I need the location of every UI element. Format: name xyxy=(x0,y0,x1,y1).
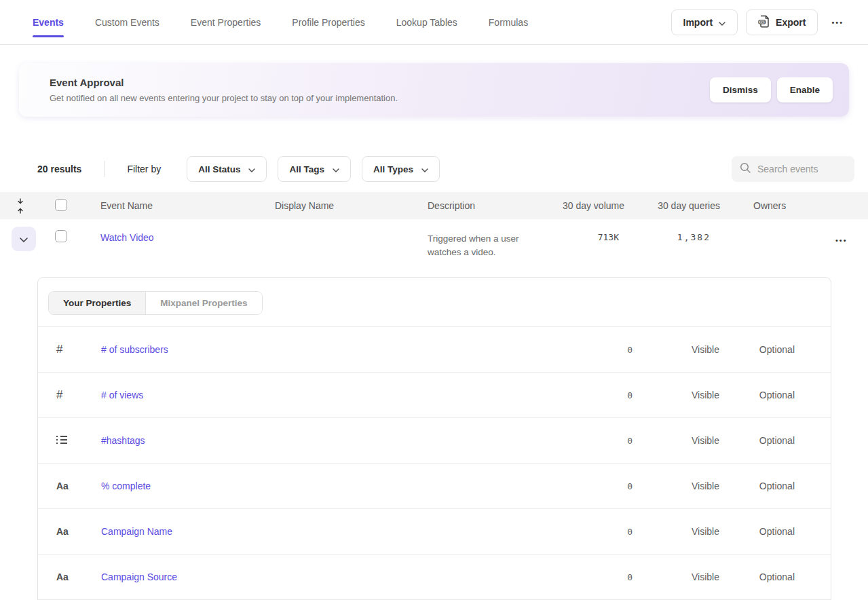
status-filter-label: All Status xyxy=(198,164,240,174)
property-query-count: 0 xyxy=(556,527,638,537)
export-button-label: Export xyxy=(776,17,806,28)
select-all-checkbox[interactable] xyxy=(55,199,67,211)
event-name-link[interactable]: Watch Video xyxy=(100,232,154,243)
collapse-row-button[interactable] xyxy=(12,227,36,251)
event-row: Watch Video Triggered when a user watche… xyxy=(0,219,868,277)
event-approval-banner: Event Approval Get notified on all new e… xyxy=(19,63,849,117)
chevron-down-icon xyxy=(421,164,428,174)
property-visibility: Visible xyxy=(638,526,719,537)
property-type-icon xyxy=(56,526,69,537)
column-owners: Owners xyxy=(720,200,829,211)
property-query-count: 0 xyxy=(556,572,638,582)
svg-text:csv: csv xyxy=(759,20,765,24)
properties-tab-bar: Your Properties Mixpanel Properties xyxy=(38,278,831,327)
property-visibility: Visible xyxy=(638,481,719,491)
csv-file-icon: csv xyxy=(758,15,770,30)
import-button[interactable]: Import xyxy=(671,10,738,35)
row-checkbox[interactable] xyxy=(55,230,67,242)
property-name-link[interactable]: Campaign Name xyxy=(101,526,172,537)
search-icon xyxy=(740,162,751,176)
tags-filter-label: All Tags xyxy=(289,164,324,174)
search-input[interactable] xyxy=(757,164,846,174)
banner-title: Event Approval xyxy=(50,77,398,88)
event-queries: 1,382 xyxy=(624,219,720,242)
ellipsis-icon xyxy=(835,235,848,245)
tab-lookup-tables[interactable]: Lookup Tables xyxy=(396,0,457,44)
property-row: % complete 0 Visible Optional xyxy=(38,464,831,509)
chevron-down-icon xyxy=(719,17,725,28)
filter-toolbar: 20 results Filter by All Status All Tags… xyxy=(37,156,854,182)
properties-list: # of subscribers 0 Visible Optional # of… xyxy=(38,327,831,600)
property-type-icon xyxy=(56,388,62,402)
tab-mixpanel-properties[interactable]: Mixpanel Properties xyxy=(146,292,261,314)
property-row: # of views 0 Visible Optional xyxy=(38,373,831,418)
property-requirement: Optional xyxy=(719,526,795,537)
property-name-link[interactable]: % complete xyxy=(101,481,151,491)
column-queries: 30 day queries xyxy=(624,200,720,211)
chevron-down-icon xyxy=(333,164,339,174)
properties-panel: Your Properties Mixpanel Properties # of… xyxy=(37,277,831,600)
banner-actions: Dismiss Enable xyxy=(710,77,833,102)
tags-filter-dropdown[interactable]: All Tags xyxy=(278,156,351,182)
collapse-all-icon[interactable] xyxy=(0,198,41,214)
search-box xyxy=(732,156,854,182)
property-row: Campaign Name 0 Visible Optional xyxy=(38,509,831,555)
property-requirement: Optional xyxy=(719,481,795,491)
dismiss-button[interactable]: Dismiss xyxy=(710,77,771,102)
chevron-down-icon xyxy=(248,164,255,174)
tab-custom-events[interactable]: Custom Events xyxy=(95,0,159,44)
column-display-name: Display Name xyxy=(275,200,428,211)
event-display-name xyxy=(275,219,428,232)
property-name-link[interactable]: Campaign Source xyxy=(101,571,177,582)
tab-events[interactable]: Events xyxy=(33,0,64,44)
tab-your-properties[interactable]: Your Properties xyxy=(49,292,146,314)
property-name-link[interactable]: #hashtags xyxy=(101,435,145,446)
event-volume: 713K xyxy=(558,219,624,242)
property-requirement: Optional xyxy=(719,344,795,355)
table-header: Event Name Display Name Description 30 d… xyxy=(0,192,868,219)
export-button[interactable]: csv Export xyxy=(746,10,818,35)
property-name-link[interactable]: # of views xyxy=(101,390,143,400)
tab-event-properties[interactable]: Event Properties xyxy=(191,0,261,44)
property-visibility: Visible xyxy=(638,435,719,446)
property-name-link[interactable]: # of subscribers xyxy=(101,344,168,355)
top-nav: Events Custom Events Event Properties Pr… xyxy=(0,0,868,45)
banner-text: Event Approval Get notified on all new e… xyxy=(50,77,398,103)
property-visibility: Visible xyxy=(638,344,719,355)
row-more-options-button[interactable] xyxy=(830,232,853,248)
divider xyxy=(104,161,105,177)
ellipsis-icon xyxy=(831,17,844,27)
property-requirement: Optional xyxy=(719,390,795,400)
property-type-icon xyxy=(56,481,69,491)
property-visibility: Visible xyxy=(638,390,719,400)
filter-by-label: Filter by xyxy=(127,164,161,174)
types-filter-dropdown[interactable]: All Types xyxy=(362,156,440,182)
property-query-count: 0 xyxy=(556,481,638,491)
tab-profile-properties[interactable]: Profile Properties xyxy=(292,0,364,44)
property-requirement: Optional xyxy=(719,435,795,446)
property-row: Campaign Source 0 Visible Optional xyxy=(38,555,831,600)
property-query-count: 0 xyxy=(556,390,638,400)
types-filter-label: All Types xyxy=(373,164,413,174)
property-type-icon xyxy=(56,571,69,582)
event-owners xyxy=(720,219,829,232)
nav-tabs: Events Custom Events Event Properties Pr… xyxy=(33,0,559,44)
import-button-label: Import xyxy=(683,17,713,28)
tab-formulas[interactable]: Formulas xyxy=(489,0,528,44)
property-type-icon xyxy=(56,343,62,356)
property-row: # of subscribers 0 Visible Optional xyxy=(38,327,831,373)
property-query-count: 0 xyxy=(556,436,638,446)
column-volume: 30 day volume xyxy=(558,200,624,211)
status-filter-dropdown[interactable]: All Status xyxy=(187,156,267,182)
property-requirement: Optional xyxy=(719,571,795,582)
column-event-name: Event Name xyxy=(100,200,275,211)
property-query-count: 0 xyxy=(556,345,638,355)
results-count: 20 results xyxy=(37,164,81,174)
enable-button[interactable]: Enable xyxy=(777,77,833,102)
event-description: Triggered when a user watches a video. xyxy=(428,219,558,259)
nav-actions: Import csv Export xyxy=(671,0,849,44)
property-type-icon xyxy=(56,435,67,446)
properties-tabs: Your Properties Mixpanel Properties xyxy=(48,291,263,315)
chevron-down-icon xyxy=(20,234,28,244)
more-options-button[interactable] xyxy=(826,14,849,30)
